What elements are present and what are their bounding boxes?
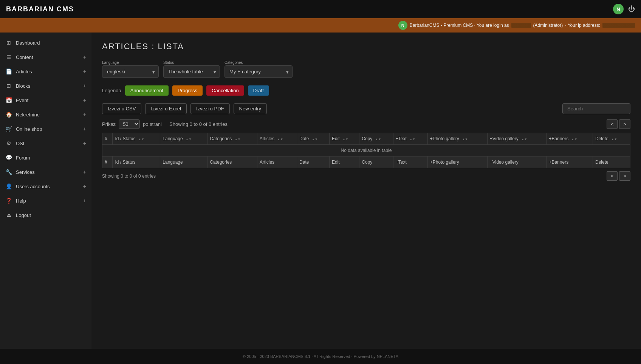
categories-filter-group: Categories My E category bbox=[225, 60, 293, 78]
sidebar-item-label-event: Event bbox=[16, 98, 28, 103]
th-photo-gallery[interactable]: +Photo gallery ▲▼ bbox=[427, 133, 487, 145]
info-role: (Administrator) bbox=[533, 23, 563, 28]
badge-draft[interactable]: Draft bbox=[248, 85, 269, 96]
prikaz-label: Prikaz bbox=[102, 121, 116, 127]
tfoot-date: Date bbox=[297, 156, 330, 168]
blocks-plus-icon[interactable]: + bbox=[83, 83, 86, 89]
export-excel-button[interactable]: Izvezi u Excel bbox=[145, 103, 186, 114]
th-copy[interactable]: Copy ▲▼ bbox=[359, 133, 393, 145]
sidebar-item-dashboard[interactable]: ⊞ Dashboard bbox=[0, 36, 91, 50]
search-input[interactable] bbox=[562, 103, 630, 114]
nekretnine-plus-icon[interactable]: + bbox=[83, 112, 86, 118]
export-csv-button[interactable]: Izvezi u CSV bbox=[102, 103, 141, 114]
event-plus-icon[interactable]: + bbox=[83, 97, 86, 103]
tfoot-id-status: Id / Status bbox=[113, 156, 160, 168]
blocks-icon: ⊡ bbox=[5, 82, 12, 89]
th-articles[interactable]: Articles ▲▼ bbox=[257, 133, 297, 145]
articles-plus-icon[interactable]: + bbox=[83, 68, 86, 74]
services-plus-icon[interactable]: + bbox=[83, 169, 86, 175]
sidebar-item-forum[interactable]: 💬 Forum bbox=[0, 150, 91, 165]
sidebar-item-label-online-shop: Online shop bbox=[16, 126, 42, 132]
th-delete[interactable]: Delete ▲▼ bbox=[593, 133, 630, 145]
articles-icon: 📄 bbox=[5, 68, 12, 75]
notification-icon[interactable]: N bbox=[613, 4, 624, 14]
status-filter-group: Status The whole table bbox=[163, 60, 220, 78]
th-categories[interactable]: Categories ▲▼ bbox=[207, 133, 257, 145]
users-accounts-plus-icon[interactable]: + bbox=[83, 183, 86, 189]
nekretnine-icon: 🏠 bbox=[5, 111, 12, 118]
osi-plus-icon[interactable]: + bbox=[83, 140, 86, 146]
online-shop-icon: 🛒 bbox=[5, 125, 12, 132]
pagination-bottom: < > bbox=[607, 171, 630, 181]
th-banners[interactable]: +Banners ▲▼ bbox=[547, 133, 593, 145]
top-header: BARBARIAN CMS N ⏻ bbox=[0, 0, 641, 18]
sidebar-item-label-blocks: Blocks bbox=[16, 83, 30, 89]
categories-select[interactable]: My E category bbox=[225, 65, 293, 78]
info-text-prefix: BarbarianCMS - Premium CMS · You are log… bbox=[410, 23, 509, 28]
sidebar-item-label-content: Content bbox=[16, 54, 33, 60]
export-pdf-button[interactable]: Izvezi u PDF bbox=[190, 103, 230, 114]
event-icon: 📅 bbox=[5, 97, 12, 104]
power-icon[interactable]: ⏻ bbox=[628, 5, 635, 13]
badge-announcement[interactable]: Announcement bbox=[125, 85, 169, 96]
sidebar-item-content[interactable]: ☰ Content + bbox=[0, 50, 91, 64]
sidebar-item-event[interactable]: 📅 Event + bbox=[0, 93, 91, 107]
badge-progress[interactable]: Progress bbox=[172, 85, 203, 96]
prikaz-select[interactable]: 50 10 25 100 bbox=[119, 119, 140, 129]
showing-text-bottom: Showing 0 to 0 of 0 entries bbox=[102, 173, 156, 179]
sidebar: ⊞ Dashboard ☰ Content + 📄 Articles + ⊡ B… bbox=[0, 33, 91, 349]
th-edit[interactable]: Edit ▲▼ bbox=[329, 133, 359, 145]
sidebar-item-articles[interactable]: 📄 Articles + bbox=[0, 64, 91, 79]
avatar: N bbox=[398, 21, 407, 30]
sidebar-item-label-services: Services bbox=[16, 169, 35, 175]
ip-blurred: xxx.xxx.xxx.xxx bbox=[602, 23, 635, 28]
th-date[interactable]: Date ▲▼ bbox=[297, 133, 330, 145]
categories-select-wrapper: My E category bbox=[225, 65, 293, 78]
sidebar-item-label-osi: OSI bbox=[16, 141, 24, 146]
sidebar-item-online-shop[interactable]: 🛒 Online shop + bbox=[0, 122, 91, 136]
tfoot-articles: Articles bbox=[257, 156, 297, 168]
sidebar-item-osi[interactable]: ⚙ OSI + bbox=[0, 136, 91, 150]
sidebar-item-services[interactable]: 🔧 Services + bbox=[0, 165, 91, 179]
dashboard-icon: ⊞ bbox=[5, 39, 12, 46]
th-language[interactable]: Language ▲▼ bbox=[160, 133, 207, 145]
tfoot-language: Language bbox=[160, 156, 207, 168]
th-text[interactable]: +Text ▲▼ bbox=[393, 133, 427, 145]
sidebar-item-logout[interactable]: ⏏ Logout bbox=[0, 208, 91, 222]
status-label: Status bbox=[163, 60, 220, 65]
main-layout: ⊞ Dashboard ☰ Content + 📄 Articles + ⊡ B… bbox=[0, 33, 641, 349]
logout-icon: ⏏ bbox=[5, 212, 12, 218]
prev-page-button-bottom[interactable]: < bbox=[607, 171, 618, 181]
forum-icon: 💬 bbox=[5, 154, 12, 161]
sidebar-item-label-logout: Logout bbox=[16, 212, 31, 218]
sidebar-item-users-accounts[interactable]: 👤 Users accounts + bbox=[0, 179, 91, 194]
sidebar-item-label-help: Help bbox=[16, 198, 26, 204]
info-ip-label: · Your ip address: bbox=[565, 23, 600, 28]
sidebar-item-nekretnine[interactable]: 🏠 Nekretnine + bbox=[0, 107, 91, 122]
legend-label: Legenda bbox=[102, 88, 121, 93]
new-entry-button[interactable]: New entry bbox=[234, 103, 267, 114]
sidebar-item-help[interactable]: ❓ Help + bbox=[0, 194, 91, 208]
table-footer-header-row: # Id / Status Language Categories Articl… bbox=[102, 156, 630, 168]
main-content: Articles : Lista Language engleski Statu… bbox=[91, 33, 641, 349]
header-right: N ⏻ bbox=[613, 4, 635, 14]
language-select[interactable]: engleski bbox=[102, 65, 159, 78]
th-id-status[interactable]: Id / Status ▲▼ bbox=[113, 133, 160, 145]
online-shop-plus-icon[interactable]: + bbox=[83, 126, 86, 132]
next-page-button-top[interactable]: > bbox=[619, 119, 630, 129]
status-select[interactable]: The whole table bbox=[163, 65, 220, 78]
no-data-row: No data available in table bbox=[102, 145, 630, 156]
sidebar-item-label-articles: Articles bbox=[16, 69, 32, 74]
badge-cancellation[interactable]: Cancellation bbox=[206, 85, 244, 96]
pagination-bottom-row: Showing 0 to 0 of 0 entries < > bbox=[102, 171, 630, 181]
next-page-button-bottom[interactable]: > bbox=[619, 171, 630, 181]
sidebar-item-blocks[interactable]: ⊡ Blocks + bbox=[0, 79, 91, 93]
prev-page-button-top[interactable]: < bbox=[607, 119, 618, 129]
footer: © 2005 - 2023 BARBARIANCMS 8.1 · All Rig… bbox=[0, 349, 641, 364]
help-plus-icon[interactable]: + bbox=[83, 198, 86, 204]
content-plus-icon[interactable]: + bbox=[83, 54, 86, 60]
th-video-gallery[interactable]: +Video gallery ▲▼ bbox=[487, 133, 547, 145]
sidebar-item-label-users-accounts: Users accounts bbox=[16, 184, 50, 189]
sidebar-item-label-nekretnine: Nekretnine bbox=[16, 112, 40, 118]
showing-text-top: Showing 0 to 0 of 0 entries bbox=[169, 121, 228, 127]
